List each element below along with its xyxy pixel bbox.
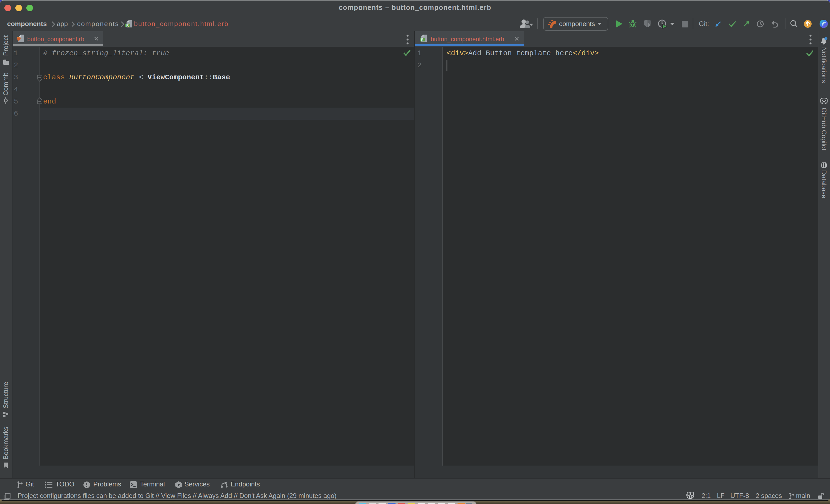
- svg-text:R: R: [126, 24, 129, 27]
- svg-text:R: R: [421, 38, 423, 42]
